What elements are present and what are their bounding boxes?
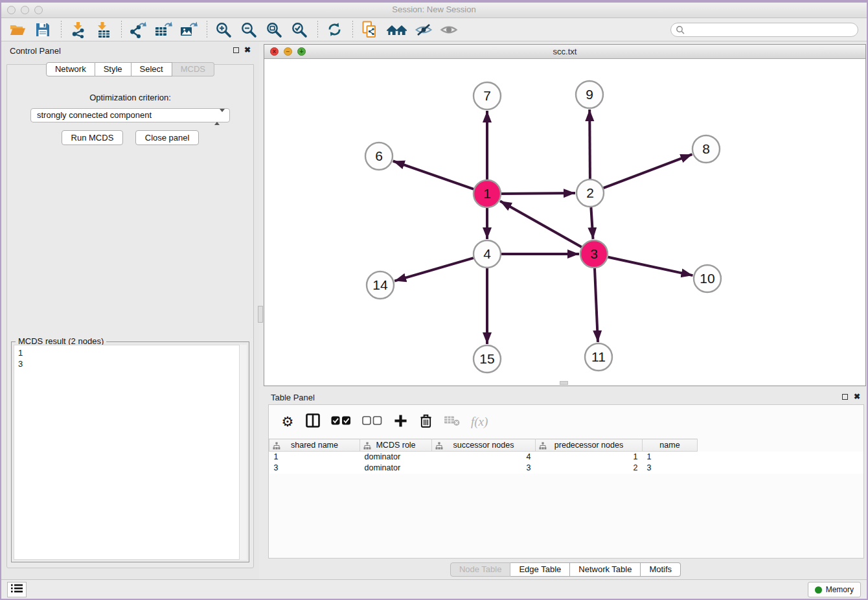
- float-panel-button[interactable]: [232, 46, 240, 54]
- memory-button[interactable]: Memory: [808, 582, 861, 597]
- export-network-button[interactable]: [128, 20, 148, 40]
- zoom-fit-button[interactable]: [264, 20, 284, 40]
- node-14[interactable]: 14: [367, 271, 394, 299]
- table-cell[interactable]: 1: [643, 452, 698, 463]
- delete-table-button[interactable]: [444, 414, 460, 430]
- houses-icon: [386, 22, 407, 38]
- table-panel: Table Panel ✖ ⚙ f(x) shared name: [262, 389, 868, 581]
- node-4[interactable]: 4: [474, 240, 501, 268]
- tab-node-table[interactable]: Node Table: [450, 562, 511, 577]
- close-table-panel-button[interactable]: ✖: [853, 393, 861, 400]
- table-cell[interactable]: 3: [432, 463, 536, 474]
- refresh-view-button[interactable]: [325, 20, 344, 40]
- memory-status-icon: [815, 586, 822, 594]
- table-cell[interactable]: 3: [269, 463, 360, 474]
- edge-2-8[interactable]: [604, 154, 692, 188]
- first-neighbors-button[interactable]: [385, 20, 408, 40]
- edge-3-10[interactable]: [608, 257, 693, 275]
- edge-3-1[interactable]: [500, 201, 582, 247]
- import-table-button[interactable]: [93, 20, 113, 40]
- column-label: name: [659, 441, 680, 450]
- zoom-out-button[interactable]: [239, 20, 258, 40]
- table-row[interactable]: 3dominator323: [269, 463, 863, 474]
- table-cell[interactable]: 3: [643, 463, 698, 474]
- node-label: 15: [479, 351, 494, 366]
- edge-2-9[interactable]: [589, 110, 590, 179]
- function-builder-button[interactable]: f(x): [471, 414, 488, 430]
- edge-1-2[interactable]: [501, 193, 575, 194]
- edge-3-11[interactable]: [595, 268, 598, 342]
- search-input[interactable]: [670, 23, 858, 37]
- node-6[interactable]: 6: [365, 143, 393, 170]
- node-10[interactable]: 10: [694, 265, 721, 292]
- optimization-criterion-select[interactable]: strongly connected component: [30, 108, 230, 122]
- node-8[interactable]: 8: [692, 135, 720, 163]
- table-row[interactable]: 1dominator411: [269, 452, 863, 463]
- table-cell[interactable]: 4: [432, 452, 536, 463]
- network-window-titlebar[interactable]: × − + scc.txt: [264, 45, 865, 59]
- copy-network-button[interactable]: [360, 20, 379, 40]
- table-cell[interactable]: 1: [536, 452, 643, 463]
- save-session-button[interactable]: [33, 20, 52, 40]
- table-cell[interactable]: dominator: [360, 463, 432, 474]
- node-9[interactable]: 9: [576, 81, 603, 108]
- tab-mcds[interactable]: MCDS: [172, 62, 214, 76]
- edge-2-3[interactable]: [591, 207, 593, 239]
- zoom-selected-button[interactable]: [290, 20, 309, 40]
- tab-style[interactable]: Style: [95, 62, 131, 76]
- delete-column-button[interactable]: [418, 414, 433, 430]
- node-3[interactable]: 3: [580, 240, 608, 268]
- selected-option: strongly connected component: [37, 110, 152, 120]
- add-column-button[interactable]: [393, 414, 407, 430]
- status-bar: Memory: [1, 579, 867, 599]
- node-1[interactable]: 1: [474, 180, 501, 207]
- deselect-all-button[interactable]: [362, 414, 382, 430]
- float-table-panel-button[interactable]: [841, 393, 849, 400]
- column-header-shared-name[interactable]: shared name: [269, 439, 360, 452]
- network-canvas[interactable]: 7968124314101511: [264, 59, 865, 386]
- column-header-name[interactable]: name: [643, 439, 698, 452]
- task-history-button[interactable]: [7, 582, 27, 597]
- splitter-grip[interactable]: [258, 306, 263, 323]
- edge-1-6[interactable]: [393, 161, 474, 189]
- node-label: 14: [372, 277, 388, 292]
- table-cell[interactable]: 1: [269, 452, 360, 463]
- node-15[interactable]: 15: [474, 345, 501, 373]
- mcds-result-text[interactable]: 1 3: [14, 345, 247, 560]
- export-table-button[interactable]: [154, 20, 173, 40]
- select-stepper-icon: [214, 111, 225, 124]
- tab-select[interactable]: Select: [131, 62, 172, 76]
- table-settings-button[interactable]: ⚙: [280, 414, 295, 430]
- open-session-button[interactable]: [8, 20, 27, 40]
- table-cell[interactable]: dominator: [360, 452, 432, 463]
- tab-edge-table[interactable]: Edge Table: [510, 562, 570, 577]
- node-2[interactable]: 2: [577, 179, 604, 207]
- node-7[interactable]: 7: [474, 82, 501, 110]
- show-columns-button[interactable]: [306, 414, 320, 430]
- node-11[interactable]: 11: [585, 343, 612, 371]
- tab-network[interactable]: Network: [46, 62, 95, 76]
- column-header-predecessor-nodes[interactable]: predecessor nodes: [536, 439, 643, 452]
- close-icon: ✖: [244, 45, 251, 54]
- node-label: 9: [586, 87, 593, 102]
- import-network-button[interactable]: [68, 20, 87, 40]
- result-scrollbar[interactable]: [239, 345, 247, 560]
- edge-4-14[interactable]: [394, 258, 474, 281]
- column-header-mcds-role[interactable]: MCDS role: [360, 439, 432, 452]
- close-panel-button[interactable]: ✖: [244, 46, 251, 54]
- eye-icon: [440, 23, 458, 36]
- network-window-grip[interactable]: [560, 381, 568, 385]
- table-cell[interactable]: 2: [536, 463, 643, 474]
- select-all-button[interactable]: [331, 414, 351, 430]
- trash-icon: [420, 413, 432, 431]
- zoom-in-button[interactable]: [214, 20, 233, 40]
- mcds-result-group: MCDS result (2 nodes) 1 3: [11, 341, 249, 562]
- tab-network-table[interactable]: Network Table: [570, 562, 641, 577]
- run-mcds-button[interactable]: Run MCDS: [62, 130, 124, 145]
- tab-motifs[interactable]: Motifs: [641, 562, 681, 577]
- show-all-button[interactable]: [439, 20, 459, 40]
- close-panel-button-bottom[interactable]: Close panel: [135, 130, 200, 145]
- column-header-successor-nodes[interactable]: successor nodes: [432, 439, 536, 452]
- hide-selected-button[interactable]: [414, 20, 433, 40]
- export-image-button[interactable]: [179, 20, 198, 40]
